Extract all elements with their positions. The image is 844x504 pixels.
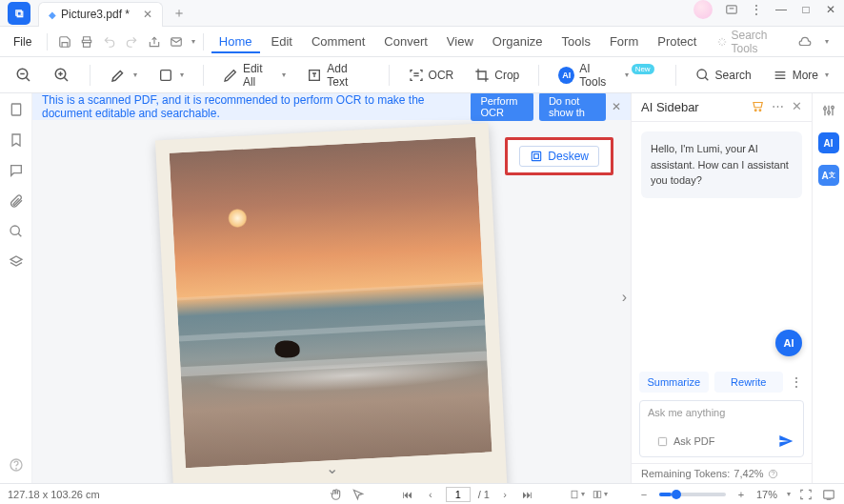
user-avatar[interactable] [693, 0, 713, 19]
cart-icon[interactable] [751, 99, 764, 115]
view-mode-icon[interactable]: ▾ [570, 487, 585, 502]
new-tab-button[interactable]: ＋ [172, 5, 186, 22]
svg-rect-31 [572, 491, 577, 498]
svg-line-9 [64, 77, 68, 81]
window-close-button[interactable]: ✕ [821, 0, 840, 19]
scroll-down-icon[interactable]: ⌄ [326, 459, 338, 477]
menu-tools[interactable]: Tools [554, 30, 598, 52]
search-tools[interactable]: Search Tools [717, 29, 786, 55]
document-tab[interactable]: ◆ Picture3.pdf * ✕ [38, 2, 163, 27]
window-maximize-button[interactable]: □ [796, 0, 815, 19]
zoom-out-status-icon[interactable]: − [636, 487, 652, 502]
save-icon[interactable] [55, 31, 73, 52]
attachments-icon[interactable] [8, 192, 25, 210]
menu-file[interactable]: File [6, 35, 39, 49]
menu-comment[interactable]: Comment [304, 30, 372, 52]
zoom-value[interactable]: 17% [756, 489, 777, 500]
separator [203, 33, 204, 50]
svg-point-30 [831, 106, 834, 109]
crop-button[interactable]: Crop [469, 65, 525, 86]
next-page-icon[interactable]: › [497, 487, 512, 502]
more-button[interactable]: More▾ [767, 65, 834, 86]
undo-icon[interactable] [100, 31, 118, 52]
menu-convert[interactable]: Convert [376, 30, 435, 52]
cloud-icon[interactable] [795, 31, 814, 52]
document-canvas[interactable]: Deskew ⌄ [32, 120, 631, 483]
menu-view[interactable]: View [439, 30, 481, 52]
deskew-button[interactable]: Deskew [519, 146, 599, 167]
left-sidebar [0, 93, 32, 483]
zoom-in-status-icon[interactable]: + [733, 487, 749, 502]
layers-icon[interactable] [8, 253, 25, 271]
shape-button[interactable]: ▾ [152, 65, 190, 86]
search-panel-icon[interactable] [8, 223, 25, 240]
zoom-in-button[interactable] [48, 64, 76, 87]
first-page-icon[interactable]: ⏮ [400, 487, 415, 502]
notification-icon[interactable] [722, 0, 741, 19]
document-page[interactable] [155, 123, 508, 483]
svg-rect-34 [824, 490, 834, 497]
ai-quick-actions: Summarize Rewrite ⋮ [632, 366, 812, 398]
add-text-button[interactable]: Add Text [301, 59, 374, 91]
menu-form[interactable]: Form [602, 30, 646, 52]
ask-pdf-toggle[interactable]: Ask PDF [657, 435, 786, 447]
rewrite-button[interactable]: Rewrite [714, 372, 784, 393]
perform-ocr-button[interactable]: Perform OCR [471, 93, 533, 121]
ai-input[interactable]: Ask me anything Ask PDF [639, 400, 804, 457]
summarize-button[interactable]: Summarize [639, 372, 709, 393]
search-button[interactable]: Search [690, 65, 757, 86]
ai-panel-icon[interactable]: AI [818, 132, 839, 153]
ai-tools-label: AI Tools [579, 62, 617, 89]
svg-rect-32 [593, 491, 596, 497]
ai-tools-button[interactable]: AIAI Tools▾New [553, 59, 661, 91]
redo-icon[interactable] [123, 31, 141, 52]
sidebar-more-icon[interactable]: ⋯ [772, 99, 784, 115]
dismiss-ocr-button[interactable]: Do not show th [539, 93, 606, 121]
deskew-callout: Deskew [505, 137, 613, 175]
tab-close-icon[interactable]: ✕ [143, 8, 152, 21]
menu-edit[interactable]: Edit [264, 30, 300, 52]
window-minimize-button[interactable]: — [772, 0, 791, 19]
dropdown-caret-icon[interactable]: ▾ [825, 37, 829, 46]
settings-panel-icon[interactable] [821, 103, 836, 121]
prev-page-icon[interactable]: ‹ [423, 487, 438, 502]
reading-mode-icon[interactable]: ▾ [593, 487, 608, 502]
fullscreen-icon[interactable] [821, 487, 836, 502]
quick-actions-more-icon[interactable]: ⋮ [789, 375, 804, 389]
ai-float-button[interactable]: AI [775, 330, 802, 356]
bookmarks-icon[interactable] [8, 131, 25, 149]
ocr-label: OCR [429, 69, 454, 82]
svg-rect-23 [534, 154, 539, 159]
send-icon[interactable] [778, 433, 794, 451]
last-page-icon[interactable]: ⏭ [520, 487, 535, 502]
svg-rect-0 [727, 6, 737, 13]
sidebar-close-icon[interactable]: ✕ [792, 99, 802, 115]
zoom-slider[interactable] [659, 493, 726, 496]
ocr-button[interactable]: OCR [403, 65, 460, 86]
email-icon[interactable] [168, 31, 186, 52]
close-banner-icon[interactable]: ✕ [612, 100, 621, 113]
info-icon[interactable] [768, 469, 778, 479]
select-tool-icon[interactable] [351, 487, 366, 502]
print-icon[interactable] [78, 31, 96, 52]
help-icon[interactable] [8, 456, 25, 474]
page-input[interactable] [446, 487, 471, 502]
comments-icon[interactable] [8, 162, 25, 179]
translate-panel-icon[interactable]: A文 [818, 165, 839, 186]
title-bar: ⧉ ◆ Picture3.pdf * ✕ ＋ ⋮ — □ ✕ [0, 0, 844, 27]
hand-tool-icon[interactable] [328, 487, 343, 502]
dropdown-caret-icon[interactable]: ▾ [191, 37, 195, 46]
separator [203, 65, 204, 86]
menu-protect[interactable]: Protect [650, 30, 704, 52]
zoom-out-button[interactable] [10, 64, 38, 87]
highlight-button[interactable]: ▾ [104, 64, 143, 87]
kebab-menu-icon[interactable]: ⋮ [747, 0, 766, 19]
share-icon[interactable] [145, 31, 163, 52]
menu-organize[interactable]: Organize [485, 30, 551, 52]
fit-page-icon[interactable] [798, 487, 814, 502]
scroll-right-icon[interactable]: › [622, 289, 627, 306]
edit-all-button[interactable]: Edit All▾ [217, 59, 291, 91]
thumbnails-icon[interactable] [8, 101, 25, 118]
separator [675, 65, 676, 86]
menu-home[interactable]: Home [211, 30, 260, 53]
